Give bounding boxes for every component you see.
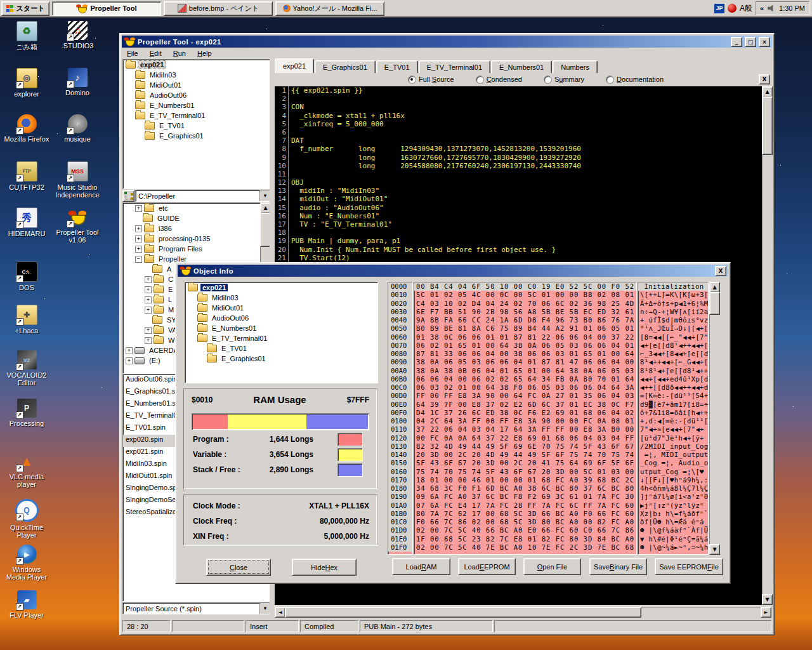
expand-toggle-icon[interactable]: + xyxy=(145,307,152,314)
file-filter-combo[interactable]: Propeller Source (*.spin) ▼ xyxy=(122,602,271,614)
tree-item[interactable]: +processing-0135 xyxy=(123,234,261,244)
hex-row-ascii[interactable]: +,d:◀[∞è:-[dü¹¹[ xyxy=(638,417,708,425)
hex-row-bytes[interactable]: FF 00 FF E8 3A 90 00 64 FC 0A 27 01 35 0… xyxy=(414,392,636,400)
tab-E_TV01[interactable]: E_TV01 xyxy=(376,60,418,73)
hex-row-ascii[interactable]: 8¹8¹◀+[e[[d8¹◀++ xyxy=(638,367,708,375)
tab-E_TV_Terminal01[interactable]: E_TV_Terminal01 xyxy=(419,60,490,73)
tree-item[interactable]: MidiIn03 xyxy=(185,293,377,303)
desktop-icon-flv-player[interactable]: ▰↗FLV Player xyxy=(3,590,51,619)
expand-toggle-icon[interactable]: + xyxy=(145,296,152,303)
hex-row-bytes[interactable]: 06 06 04 00 06 02 02 65 64 34 FB 0A 80 7… xyxy=(414,375,636,383)
view-mode-summary[interactable]: Summary xyxy=(544,76,584,84)
tree-item[interactable]: AudioOut06 xyxy=(185,313,377,323)
hex-row-bytes[interactable]: 75 74 70 75 74 5F 43 6F 67 20 3D 00 5C 0… xyxy=(414,468,636,476)
expand-toggle-icon[interactable]: + xyxy=(145,337,152,344)
hex-row-ascii[interactable]: ◀++[[d8ð◀◀++◀◀+d xyxy=(638,383,708,392)
hex-row-ascii[interactable]: n÷→Q-+¦W¥[ʌ[ií2a xyxy=(638,308,708,316)
tab-exp021[interactable]: exp021 xyxy=(275,58,314,73)
hex-row-bytes[interactable]: 5F 43 6F 67 20 3D 00 2C 20 41 75 64 69 6… xyxy=(414,459,636,467)
tree-item[interactable]: E_TV01 xyxy=(123,121,270,131)
expand-toggle-icon[interactable]: + xyxy=(126,347,133,354)
tree-item[interactable]: E_TV_Terminal01 xyxy=(185,333,377,343)
hex-row-ascii[interactable]: ∞[K∞è:-[dü¹¹[54+ xyxy=(638,392,708,400)
hex-row-ascii[interactable]: utput_Cog =¦\[♥ xyxy=(638,468,708,476)
desktop-icon-mozilla-firefox[interactable]: ↗Mozilla Firefox xyxy=(3,114,51,143)
hex-bytes-column[interactable]: 00 B4 C4 04 6F 50 10 00 C0 19 E0 52 5C 0… xyxy=(414,282,637,555)
maximize-button[interactable]: □ xyxy=(745,37,756,47)
scroll-thumb[interactable] xyxy=(709,292,720,315)
desktop-icon-processing[interactable]: P↗Processing xyxy=(3,399,51,427)
ime-language-icon[interactable]: JP xyxy=(714,4,724,13)
hex-row-bytes[interactable]: 80 7A 7C 62 17 00 68 5C 3D 66 BC A0 F0 6… xyxy=(414,510,636,518)
expand-toggle-icon[interactable]: − xyxy=(135,256,142,263)
hex-row-ascii[interactable]: Ä+Δ+ô†s+p◀1+6¦%M xyxy=(638,300,708,308)
menu-edit[interactable]: Edit xyxy=(145,48,167,58)
scroll-thumb[interactable] xyxy=(285,607,641,618)
dropdown-arrow-icon[interactable]: ▼ xyxy=(259,603,270,614)
hex-row-ascii[interactable]: ]jⁿá7l¼ø[i<a¹zⁿ0 xyxy=(638,493,708,501)
hex-row-bytes[interactable]: B0 B9 BE 81 8A C6 75 89 B4 44 A2 91 01 0… xyxy=(414,324,636,333)
hex-row-bytes[interactable]: 37 22 06 04 03 04 17 64 3A FF FF 00 E8 3… xyxy=(414,425,636,434)
expand-toggle-icon[interactable]: + xyxy=(126,357,133,364)
tree-item[interactable]: +etc xyxy=(123,203,261,213)
hex-row-ascii[interactable]: 4h<ðñm¼á8l¼Ç7l¼Ç xyxy=(638,484,708,493)
hex-row-ascii[interactable]: /2MIDI_input_Cog xyxy=(638,442,708,451)
desktop-icon-windows-media-player[interactable]: ▶↗Windows Media Player xyxy=(3,545,51,581)
load-eeprom-button[interactable]: Load EEPROM xyxy=(458,558,516,575)
speaker-icon[interactable] xyxy=(768,5,775,12)
menu-run[interactable]: Run xyxy=(168,48,191,58)
tree-view-toggle-button[interactable] xyxy=(122,190,134,202)
load-ram-button[interactable]: Load RAM xyxy=(392,558,450,575)
expand-toggle-icon[interactable]: + xyxy=(135,246,142,253)
hex-row-bytes[interactable]: D4 1C 37 26 6C ED 38 0C F6 E2 69 01 68 0… xyxy=(414,409,636,417)
tree-item[interactable]: E_Numbers01 xyxy=(123,100,270,110)
hex-row-bytes[interactable]: 6E F7 BB 51 90 2B 98 56 A8 5B BE 5B EC E… xyxy=(414,308,636,316)
hex-row-bytes[interactable]: 18 01 00 00 46 01 00 00 01 68 FC A0 39 6… xyxy=(414,476,636,484)
hex-row-ascii[interactable]: ▼ h\#é|Φ¹éⁿÇ=ä¼á xyxy=(638,535,708,543)
hex-row-ascii[interactable]: ↓[[F↓[[♥hⁿá9h¼,: xyxy=(638,476,708,484)
view-mode-documentation[interactable]: Documentation xyxy=(606,76,664,84)
close-button[interactable]: × xyxy=(759,37,770,47)
hex-row-bytes[interactable]: 09 6A FC A0 37 6C BC F8 F2 69 3C 61 01 7… xyxy=(414,493,636,501)
scroll-up-icon[interactable]: ▲ xyxy=(709,282,720,293)
hex-row-bytes[interactable]: 87 81 33 06 06 04 00 38 06 06 03 01 65 0… xyxy=(414,350,636,358)
tab-E_Numbers01[interactable]: E_Numbers01 xyxy=(491,60,552,73)
hex-row-ascii[interactable]: ô+7&1i8=öâi[h◀++ xyxy=(638,409,708,417)
hex-row-bytes[interactable]: 02 00 7C 5C 40 66 BC A0 E0 66 FC 60 C0 6… xyxy=(414,526,636,534)
desktop-icon-domino[interactable]: ♪↗Domino xyxy=(53,68,102,96)
hex-row-bytes[interactable]: 34 68 3C F0 F1 6D BC A0 38 6C BC 80 37 6… xyxy=(414,484,636,493)
hex-row-ascii[interactable]: ⌐_3◀◀+[8◀◀+[e[[d xyxy=(638,350,708,358)
tree-item[interactable]: MidiOut01 xyxy=(123,80,270,90)
hex-row-ascii[interactable]: ◀◀+[◀◀+ed4û¹Xp[d xyxy=(638,375,708,383)
minimize-button[interactable]: _ xyxy=(731,37,742,47)
hex-row-ascii[interactable]: =¦, MIDI_output xyxy=(638,451,708,459)
hex-row-bytes[interactable]: 38 0A 06 05 03 06 06 04 01 87 81 47 06 0… xyxy=(414,358,636,366)
hex-row-bytes[interactable]: 02 00 7C 5C 40 7E BC A0 10 7E FC 2C 3D 7… xyxy=(414,543,636,552)
folder-path-combo[interactable]: C:\Propeller ▼ xyxy=(135,190,271,202)
hex-row-ascii[interactable]: ☻ |\@f¼áàfⁿ`Àf|Ü xyxy=(638,526,708,534)
code-horizontal-scrollbar[interactable]: ◄ ► xyxy=(275,607,771,617)
dialog-title-bar[interactable]: Object Info X xyxy=(178,265,728,277)
hex-row-bytes[interactable]: 20 3D 00 2C 20 4D 49 44 49 5F 6F 75 74 7… xyxy=(414,451,636,459)
desktop-icon-propeller-tool[interactable]: ↗Propeller Tool v1.06 xyxy=(53,208,102,244)
hex-row-bytes[interactable]: 1F 00 68 5C 23 82 7C E8 01 82 FC 80 3D 8… xyxy=(414,535,636,543)
save-binary-file-button[interactable]: Save Binary File xyxy=(589,558,647,575)
editor-close-icon[interactable]: X xyxy=(759,74,770,84)
hex-row-bytes[interactable]: 04 2C 64 3A FF 00 FF E8 3A 90 00 00 FC 0… xyxy=(414,417,636,425)
desktop-icon-vocaloid2-editor[interactable]: V2↗VOCALOID2 Editor xyxy=(3,350,51,387)
desktop-icon-dos[interactable]: C:\_↗DOS xyxy=(3,262,51,291)
hex-row-ascii[interactable]: d9▓[è7+âm17[i8=÷ xyxy=(638,401,708,409)
hide-hex-button[interactable]: Hide Hex xyxy=(292,559,357,576)
view-mode-full-source[interactable]: Full Source xyxy=(408,76,454,84)
taskbar-task-2[interactable]: Yahoo!メール - Mozilla Fi... xyxy=(275,1,384,16)
expand-toggle-icon[interactable]: + xyxy=(145,286,152,293)
tree-item[interactable]: +i386 xyxy=(123,223,261,234)
hex-row-bytes[interactable]: 38 0A 38 0B 06 04 01 65 01 00 64 38 0A 0… xyxy=(414,367,636,375)
desktop-icon-musique[interactable]: ♪↗musique xyxy=(53,114,102,143)
desktop-icon-vlc-media-player[interactable]: ▲↗VLC media player xyxy=(3,452,51,488)
tree-item[interactable]: MidiOut01 xyxy=(185,303,377,313)
tree-item[interactable]: E_Graphics01 xyxy=(185,354,377,364)
hex-row-bytes[interactable]: 06 02 01 65 01 00 64 38 0A 06 05 03 06 0… xyxy=(414,342,636,350)
hex-row-bytes[interactable]: 00 FC 0A 0A 64 37 22 E8 69 01 68 06 04 0… xyxy=(414,434,636,442)
scroll-down-icon[interactable]: ▼ xyxy=(709,544,720,555)
